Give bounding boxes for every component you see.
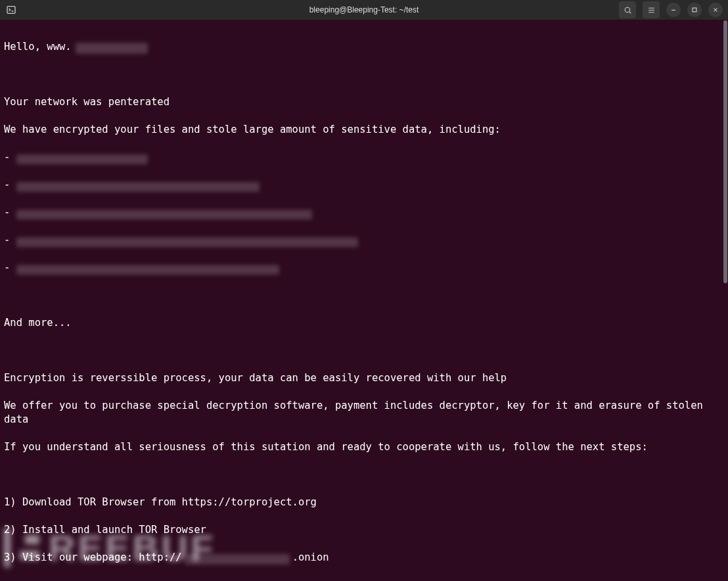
window-title: bleeping@Bleeping-Test: ~/test xyxy=(309,5,419,14)
line-offer: We offer you to purchase special decrypt… xyxy=(4,399,724,427)
line-understand: If you understand all seriousness of thi… xyxy=(4,440,724,454)
svg-rect-0 xyxy=(7,7,15,14)
close-button[interactable] xyxy=(708,3,723,17)
search-button[interactable] xyxy=(619,1,636,18)
greeting-text: Hello, www. xyxy=(4,41,72,53)
line-reverse: Encryption is reverssible process, your … xyxy=(4,371,724,385)
redacted-hostname xyxy=(76,43,148,54)
terminal-app-icon xyxy=(5,4,17,16)
redacted-list-5: - xyxy=(4,261,724,275)
blank-line xyxy=(4,468,724,482)
line-penetrated: Your network was penterated xyxy=(4,95,724,109)
titlebar: bleeping@Bleeping-Test: ~/test xyxy=(0,0,728,20)
svg-point-1 xyxy=(625,7,630,12)
blank-line xyxy=(4,289,724,302)
blank-line xyxy=(4,68,724,81)
titlebar-left xyxy=(5,4,17,16)
scrollbar-thumb[interactable] xyxy=(723,20,727,283)
redacted-item xyxy=(16,237,358,247)
line-greeting: Hello, www. xyxy=(4,40,724,54)
menu-button[interactable] xyxy=(643,1,660,18)
terminal-output: Hello, www. Your network was penterated … xyxy=(0,20,728,581)
redacted-item xyxy=(16,210,312,220)
redacted-list-3: - xyxy=(4,206,724,220)
redacted-list-1: - xyxy=(4,151,724,164)
titlebar-right xyxy=(619,1,723,18)
svg-rect-2 xyxy=(693,8,696,12)
maximize-button[interactable] xyxy=(687,3,702,17)
blank-line xyxy=(4,344,724,358)
redacted-list-2: - xyxy=(4,178,724,192)
redacted-item xyxy=(16,265,279,275)
minimize-button[interactable] xyxy=(666,3,681,17)
redacted-item xyxy=(16,182,260,192)
redacted-item xyxy=(16,154,148,164)
watermark-text: REEBUF xyxy=(49,526,216,569)
redacted-list-4: - xyxy=(4,233,724,247)
watermark-freebuf: REEBUF xyxy=(4,524,372,570)
line-andmore: And more... xyxy=(4,316,724,330)
blank-line xyxy=(4,578,724,581)
line-step1: 1) Download TOR Browser from https://tor… xyxy=(4,496,724,509)
line-encrypted: We have encrypted your files and stole l… xyxy=(4,123,724,137)
